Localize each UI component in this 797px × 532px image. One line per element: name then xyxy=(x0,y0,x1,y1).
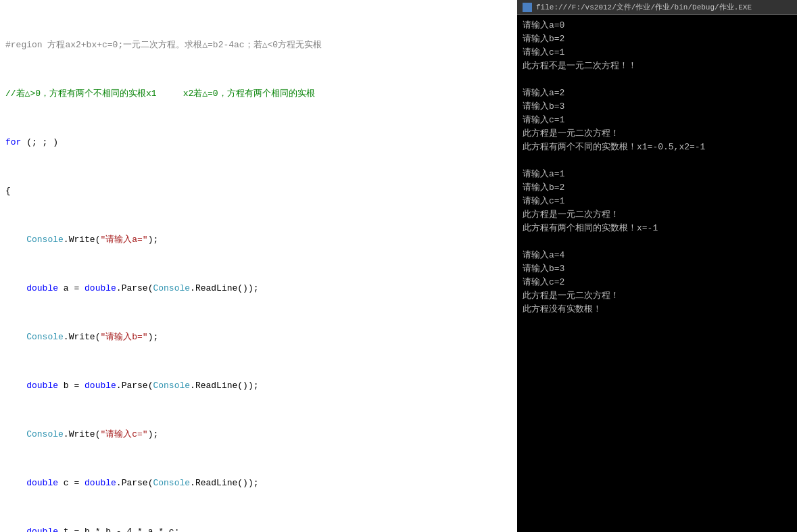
console-line-19: 请输入c=2 xyxy=(523,276,792,289)
code-text: { xyxy=(0,185,11,197)
code-line-7: Console.Write("请输入b="); xyxy=(0,331,517,343)
console-titlebar: file:///F:/vs2012/文件/作业/作业/bin/Debug/作业.… xyxy=(517,0,797,15)
code-text: Console.Write("请输入a="); xyxy=(0,234,158,246)
console-line-1: 请输入b=2 xyxy=(523,32,792,46)
console-output: 请输入a=0请输入b=2请输入c=1此方程不是一元二次方程！！ 请输入a=2请输… xyxy=(517,15,797,320)
code-text: Console.Write("请输入b="); xyxy=(0,331,158,343)
console-title-text: file:///F:/vs2012/文件/作业/作业/bin/Debug/作业.… xyxy=(536,2,752,12)
console-line-4 xyxy=(523,73,792,87)
console-line-11: 请输入a=1 xyxy=(523,168,792,181)
code-text: Console.Write("请输入c="); xyxy=(0,429,158,441)
console-line-0: 请输入a=0 xyxy=(523,19,792,32)
code-text: double b = double.Parse(Console.ReadLine… xyxy=(0,380,259,392)
code-line-5: Console.Write("请输入a="); xyxy=(0,234,517,246)
code-text: double c = double.Parse(Console.ReadLine… xyxy=(0,477,259,489)
code-text: for (; ; ) xyxy=(0,137,58,149)
code-line-8: double b = double.Parse(Console.ReadLine… xyxy=(0,380,517,392)
console-line-7: 请输入c=1 xyxy=(523,114,792,127)
code-line-4: { xyxy=(0,185,517,197)
code-text: //若△>0，方程有两个不相同的实根x1 x2若△=0，方程有两个相同的实根 xyxy=(0,88,315,100)
console-pane: file:///F:/vs2012/文件/作业/作业/bin/Debug/作业.… xyxy=(517,0,797,532)
console-icon xyxy=(523,3,532,12)
console-line-8: 此方程是一元二次方程！ xyxy=(523,127,792,141)
console-line-18: 请输入b=3 xyxy=(523,262,792,276)
console-line-21: 此方程没有实数根！ xyxy=(523,303,792,316)
code-line-6: double a = double.Parse(Console.ReadLine… xyxy=(0,283,517,295)
code-text: #region 方程ax2+bx+c=0;一元二次方程。求根△=b2-4ac；若… xyxy=(0,39,322,51)
code-line-11: double t = b * b - 4 * a * c; xyxy=(0,526,517,532)
code-line-2: //若△>0，方程有两个不相同的实根x1 x2若△=0，方程有两个相同的实根 xyxy=(0,88,517,100)
console-line-14: 此方程是一元二次方程！ xyxy=(523,208,792,222)
code-line-1: #region 方程ax2+bx+c=0;一元二次方程。求根△=b2-4ac；若… xyxy=(0,39,517,51)
console-line-17: 请输入a=4 xyxy=(523,249,792,262)
console-line-5: 请输入a=2 xyxy=(523,87,792,100)
code-text: double a = double.Parse(Console.ReadLine… xyxy=(0,283,259,295)
console-line-16 xyxy=(523,235,792,249)
console-line-2: 请输入c=1 xyxy=(523,46,792,59)
console-line-12: 请输入b=2 xyxy=(523,181,792,195)
console-line-9: 此方程有两个不同的实数根！x1=-0.5,x2=-1 xyxy=(523,141,792,154)
console-line-13: 请输入c=1 xyxy=(523,195,792,208)
console-line-3: 此方程不是一元二次方程！！ xyxy=(523,59,792,73)
console-line-10 xyxy=(523,154,792,168)
console-line-6: 请输入b=3 xyxy=(523,100,792,114)
code-line-9: Console.Write("请输入c="); xyxy=(0,429,517,441)
code-text: double t = b * b - 4 * a * c; xyxy=(0,526,179,532)
console-line-20: 此方程是一元二次方程！ xyxy=(523,289,792,303)
console-line-15: 此方程有两个相同的实数根！x=-1 xyxy=(523,222,792,235)
code-editor: #region 方程ax2+bx+c=0;一元二次方程。求根△=b2-4ac；若… xyxy=(0,0,517,532)
code-line-10: double c = double.Parse(Console.ReadLine… xyxy=(0,477,517,489)
code-line-3: for (; ; ) xyxy=(0,137,517,149)
